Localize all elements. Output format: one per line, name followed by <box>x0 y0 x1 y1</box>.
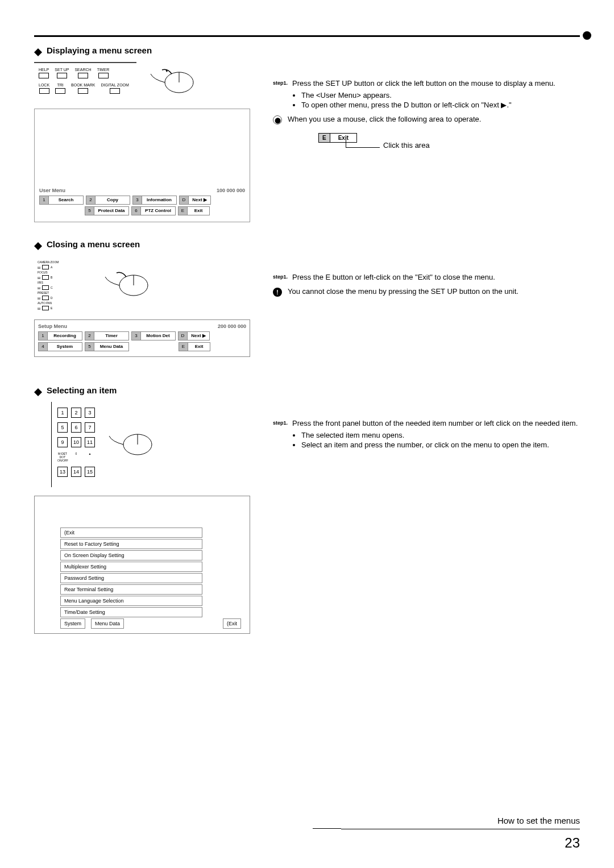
step-1-select: step1. Press the front panel button of t… <box>273 419 580 427</box>
menu-btn-recording[interactable]: 1Recording <box>38 331 82 340</box>
sys-item[interactable]: Multiplexer Setting <box>60 562 202 572</box>
system-menu-screen: (Exit Reset to Factory Setting On Screen… <box>34 496 250 634</box>
step-1-close: step1. Press the E button or left-click … <box>273 273 580 281</box>
menu-title: Setup Menu <box>38 323 67 329</box>
user-menu-screen: User Menu 100 000 000 1Search 2Copy 3Inf… <box>34 109 250 222</box>
section-heading-closing: Closing a menu screen <box>34 239 580 249</box>
menu-btn-next[interactable]: DNext ▶ <box>178 331 210 340</box>
sys-item[interactable]: (Exit <box>60 528 202 538</box>
diamond-icon <box>34 242 42 246</box>
menu-title: User Menu <box>39 188 65 193</box>
menu-code: 100 000 000 <box>217 188 245 193</box>
menu-btn-next[interactable]: DNext ▶ <box>179 196 211 205</box>
menu-btn-exit[interactable]: EExit <box>179 342 210 351</box>
sys-item[interactable]: Menu Language Selection <box>60 596 202 606</box>
select-bullets: The selected item menu opens. Select an … <box>301 431 580 449</box>
camera-control-panel: CAMERA ZOOM ⊞A FOCUS ⊞B IRIS ⊞C PRESET ⊞… <box>34 256 91 315</box>
mouse-area-note: ⬤ When you use a mouse, click the follow… <box>273 115 580 124</box>
menu-btn-exit[interactable]: EExit <box>178 206 210 215</box>
sys-item[interactable]: Time/Date Setting <box>60 607 202 617</box>
page-footer: How to set the menus 23 <box>341 816 580 851</box>
sys-btn-system[interactable]: System <box>60 618 85 629</box>
heading-text: Closing a menu screen <box>47 239 140 249</box>
sys-item[interactable]: On Screen Display Setting <box>60 550 202 560</box>
diamond-icon <box>34 388 42 392</box>
section-heading-selecting: Selecting an item <box>34 385 580 395</box>
page-header-rule <box>34 17 580 37</box>
warning-icon: ! <box>273 288 282 297</box>
menu-btn-motion-det[interactable]: 3Motion Det <box>131 331 176 340</box>
page-number: 23 <box>341 835 580 851</box>
heading-text: Selecting an item <box>47 385 117 395</box>
setup-menu-screen: Setup Menu 200 000 000 1Recording 2Timer… <box>34 319 250 357</box>
mouse-icon <box>106 427 157 462</box>
keypad-illustration: 1 2 3 5 6 7 9 10 11 M-DET <box>34 402 250 487</box>
menu-btn-copy[interactable]: 2Copy <box>86 196 130 205</box>
menu-btn-menu-data[interactable]: 5Menu Data <box>85 342 129 351</box>
menu-btn-information[interactable]: 3Information <box>132 196 177 205</box>
sys-btn-exit[interactable]: (Exit <box>223 618 241 629</box>
sys-item[interactable]: Password Setting <box>60 573 202 583</box>
sys-btn-menu-data[interactable]: Menu Data <box>91 618 124 629</box>
sys-item[interactable]: Rear Terminal Setting <box>60 584 202 595</box>
panel-illustration: HELP SET UP SEARCH TIMER LOCK TRI BOOK M… <box>34 62 250 103</box>
menu-btn-protect-data[interactable]: 5Protect Data <box>85 206 129 215</box>
menu-code: 200 000 000 <box>218 323 246 329</box>
sys-item[interactable]: Reset to Factory Setting <box>60 539 202 549</box>
menu-btn-ptz-control[interactable]: 6PTZ Control <box>131 206 176 215</box>
front-panel-buttons: HELP SET UP SEARCH TIMER LOCK TRI BOOK M… <box>34 62 136 103</box>
mouse-icon <box>148 65 199 99</box>
display-bullets: The <User Menu> appears. To open other m… <box>301 91 580 109</box>
exit-click-area-diagram: E Exit Click this area <box>318 133 580 149</box>
footer-title: How to set the menus <box>341 816 580 825</box>
diamond-icon <box>34 48 42 52</box>
menu-btn-search[interactable]: 1Search <box>39 196 84 205</box>
close-warning-note: ! You cannot close the menu by pressing … <box>273 287 580 297</box>
mouse-icon <box>102 268 154 302</box>
section-heading-displaying: Displaying a menu screen <box>34 45 580 55</box>
step-1-display: step1. Press the SET UP button or click … <box>273 79 580 88</box>
heading-text: Displaying a menu screen <box>47 45 152 55</box>
close-panel-illustration: CAMERA ZOOM ⊞A FOCUS ⊞B IRIS ⊞C PRESET ⊞… <box>34 256 250 315</box>
note-icon: ⬤ <box>273 115 282 124</box>
menu-btn-system[interactable]: 4System <box>38 342 82 351</box>
menu-btn-timer[interactable]: 2Timer <box>85 331 129 340</box>
